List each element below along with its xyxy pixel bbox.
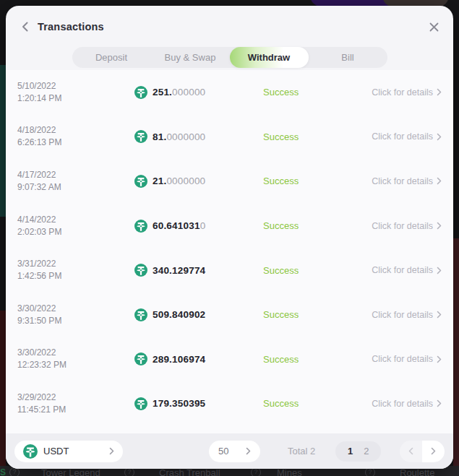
chevron-right-icon bbox=[431, 447, 436, 455]
page-title: Transactions bbox=[38, 21, 104, 33]
transaction-amount: 251.000000 bbox=[134, 86, 263, 99]
tether-icon bbox=[134, 130, 147, 143]
list-footer: USDT 50 Total 2 1 2 bbox=[6, 433, 453, 469]
status-badge: Success bbox=[263, 354, 363, 365]
amount-value: 251. bbox=[153, 87, 172, 98]
amount-value: 289.106974 bbox=[153, 354, 205, 365]
amount-value: 81. bbox=[153, 131, 166, 142]
modal-header: Transactions bbox=[17, 16, 442, 38]
chevron-right-icon bbox=[437, 88, 442, 96]
page-number-2[interactable]: 2 bbox=[364, 446, 369, 456]
table-row: 4/14/20222:02:03 PM 60.6410310 Success C… bbox=[6, 204, 453, 248]
tether-icon bbox=[134, 352, 147, 365]
transaction-amount: 21.0000000 bbox=[134, 175, 263, 188]
tether-icon bbox=[134, 308, 147, 321]
transaction-amount: 340.129774 bbox=[134, 264, 263, 277]
chevron-right-icon bbox=[437, 399, 442, 407]
table-row: 5/10/20221:20:14 PM 251.000000 Success C… bbox=[6, 70, 453, 115]
details-link[interactable]: Click for details bbox=[363, 131, 442, 142]
tab-withdraw[interactable]: Withdraw bbox=[230, 47, 309, 68]
transaction-amount: 179.350395 bbox=[134, 397, 263, 410]
tether-icon bbox=[134, 220, 147, 233]
table-row: 3/30/202212:23:32 PM 289.106974 Success … bbox=[6, 337, 453, 382]
transaction-datetime: 3/29/202211:45:21 PM bbox=[17, 391, 134, 416]
status-badge: Success bbox=[263, 87, 363, 98]
next-page-button[interactable] bbox=[422, 441, 445, 462]
background-left-teal-strip bbox=[0, 65, 6, 217]
page-size-value: 50 bbox=[218, 446, 228, 456]
back-button[interactable] bbox=[17, 20, 32, 34]
background-left-red-strip bbox=[0, 311, 6, 476]
amount-trailing-zeros: 0 bbox=[200, 220, 206, 231]
details-link[interactable]: Click for details bbox=[363, 399, 442, 409]
details-link[interactable]: Click for details bbox=[363, 176, 442, 186]
chevron-right-icon bbox=[437, 222, 442, 230]
chevron-right-icon bbox=[437, 177, 442, 185]
tether-icon bbox=[134, 264, 147, 277]
chevron-right-icon bbox=[437, 355, 442, 363]
transaction-amount: 509.840902 bbox=[134, 308, 263, 321]
transaction-amount: 81.0000000 bbox=[134, 130, 263, 143]
transaction-datetime: 4/18/20226:26:13 PM bbox=[17, 124, 134, 149]
tab-deposit[interactable]: Deposit bbox=[72, 47, 151, 68]
pagination-arrows bbox=[400, 441, 445, 462]
table-row: 3/31/20221:42:56 PM 340.129774 Success C… bbox=[6, 248, 453, 293]
chevron-left-icon bbox=[22, 22, 28, 32]
table-row: 3/30/20229:31:50 PM 509.840902 Success C… bbox=[6, 293, 453, 337]
status-badge: Success bbox=[263, 398, 363, 409]
chevron-right-icon bbox=[109, 447, 114, 455]
transaction-datetime: 5/10/20221:20:14 PM bbox=[17, 80, 134, 105]
background-edge-glyph: S bbox=[0, 467, 6, 476]
tether-icon bbox=[134, 397, 147, 410]
previous-page-button[interactable] bbox=[400, 441, 422, 462]
transaction-datetime: 3/31/20221:42:56 PM bbox=[17, 258, 134, 282]
transaction-amount: 289.106974 bbox=[134, 352, 263, 365]
details-link[interactable]: Click for details bbox=[363, 354, 442, 364]
details-link[interactable]: Click for details bbox=[363, 265, 442, 275]
tether-icon bbox=[134, 86, 147, 99]
transaction-datetime: 3/30/202212:23:32 PM bbox=[17, 347, 134, 371]
amount-trailing-zeros: 000000 bbox=[172, 87, 205, 98]
table-row: 3/29/202211:45:21 PM 179.350395 Success … bbox=[6, 381, 453, 426]
amount-value: 340.129774 bbox=[153, 265, 205, 276]
amount-value: 60.641031 bbox=[153, 220, 200, 231]
details-link[interactable]: Click for details bbox=[363, 221, 442, 231]
amount-value: 509.840902 bbox=[153, 309, 205, 320]
transaction-list: 5/10/20221:20:14 PM 251.000000 Success C… bbox=[6, 70, 453, 433]
status-badge: Success bbox=[263, 309, 363, 320]
pagination: 1 2 bbox=[335, 441, 381, 462]
transaction-datetime: 3/30/20229:31:50 PM bbox=[17, 303, 134, 327]
page-number-1[interactable]: 1 bbox=[348, 446, 353, 456]
amount-trailing-zeros: 0000000 bbox=[166, 131, 205, 142]
transaction-datetime: 4/14/20222:02:03 PM bbox=[17, 214, 134, 238]
chevron-right-icon bbox=[437, 267, 442, 274]
tether-icon bbox=[23, 444, 38, 459]
tether-icon bbox=[134, 175, 147, 188]
transactions-modal: Transactions Deposit Buy & Swap Withdraw… bbox=[6, 6, 453, 469]
tab-buy-swap[interactable]: Buy & Swap bbox=[151, 47, 230, 68]
background-right-red-strip bbox=[453, 238, 459, 476]
details-link[interactable]: Click for details bbox=[363, 310, 442, 320]
table-row: 4/17/20229:07:32 AM 21.0000000 Success C… bbox=[6, 159, 453, 204]
currency-value: USDT bbox=[43, 446, 69, 456]
page-size-selector[interactable]: 50 bbox=[209, 441, 260, 462]
currency-selector[interactable]: USDT bbox=[14, 441, 123, 462]
status-badge: Success bbox=[263, 131, 363, 142]
transaction-amount: 60.6410310 bbox=[134, 220, 263, 233]
chevron-right-icon bbox=[437, 311, 442, 319]
close-icon bbox=[429, 22, 439, 32]
amount-trailing-zeros: 0000000 bbox=[166, 176, 205, 186]
tab-bill[interactable]: Bill bbox=[309, 47, 387, 68]
amount-value: 179.350395 bbox=[153, 398, 205, 409]
status-badge: Success bbox=[263, 220, 363, 231]
transaction-tabs: Deposit Buy & Swap Withdraw Bill bbox=[72, 47, 387, 68]
chevron-right-icon bbox=[437, 133, 442, 141]
amount-value: 21. bbox=[153, 176, 166, 186]
close-button[interactable] bbox=[426, 19, 442, 35]
table-row: 4/18/20226:26:13 PM 81.0000000 Success C… bbox=[6, 115, 453, 160]
details-link[interactable]: Click for details bbox=[363, 87, 442, 98]
chevron-right-icon bbox=[246, 447, 251, 455]
total-count: Total 2 bbox=[288, 446, 315, 456]
status-badge: Success bbox=[263, 176, 363, 186]
transaction-datetime: 4/17/20229:07:32 AM bbox=[17, 169, 134, 194]
